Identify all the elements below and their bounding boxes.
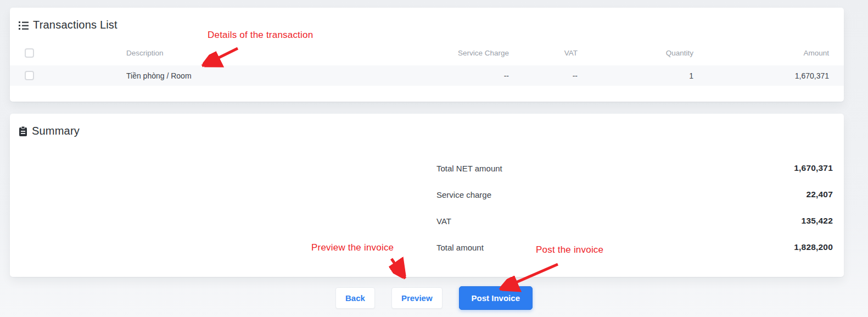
transactions-card-title: Transactions List [33, 19, 117, 31]
transaction-vat: -- [509, 71, 578, 80]
transaction-description: Tiền phòng / Room [43, 71, 301, 80]
preview-button[interactable]: Preview [391, 287, 443, 309]
summary-row-total-net: Total NET amount 1,670,371 [436, 155, 833, 181]
select-all-checkbox[interactable] [25, 48, 34, 58]
transaction-service-charge: -- [301, 71, 509, 80]
transaction-row: Tiền phòng / Room -- -- 1 1,670,371 [10, 65, 844, 86]
column-description: Description [43, 49, 301, 57]
summary-label: VAT [436, 216, 451, 226]
annotation-preview-invoice: Preview the invoice [311, 242, 394, 253]
summary-label: Total NET amount [436, 164, 502, 173]
clipboard-icon [19, 126, 27, 136]
column-amount: Amount [693, 49, 829, 57]
footer-actions: Back Preview Post Invoice [0, 286, 868, 309]
annotation-details-of-transaction: Details of the transaction [208, 30, 313, 41]
summary-value: 1,828,200 [794, 242, 833, 252]
row-checkbox[interactable] [25, 71, 34, 80]
summary-rows: Total NET amount 1,670,371 Service charg… [436, 155, 833, 260]
list-icon [19, 21, 29, 30]
summary-label: Total amount [436, 243, 484, 252]
summary-card-title: Summary [32, 125, 80, 137]
transactions-card-header: Transactions List [19, 19, 117, 31]
summary-row-total-amount: Total amount 1,828,200 [436, 234, 833, 260]
summary-value: 22,407 [806, 190, 833, 199]
transaction-amount: 1,670,371 [693, 71, 829, 80]
summary-value: 135,422 [802, 216, 833, 226]
summary-card: Summary Total NET amount 1,670,371 Servi… [10, 114, 844, 277]
summary-card-header: Summary [19, 125, 80, 137]
summary-value: 1,670,371 [794, 163, 833, 173]
transactions-card: Transactions List Description Service Ch… [10, 8, 844, 102]
transactions-table-header: Description Service Charge VAT Quantity … [10, 45, 844, 61]
column-service-charge: Service Charge [301, 49, 509, 57]
transaction-quantity: 1 [578, 71, 693, 80]
summary-label: Service charge [436, 190, 491, 199]
back-button[interactable]: Back [335, 287, 375, 309]
column-vat: VAT [509, 49, 578, 57]
annotation-post-invoice: Post the invoice [536, 244, 603, 255]
summary-row-vat: VAT 135,422 [436, 208, 833, 234]
summary-row-service-charge: Service charge 22,407 [436, 181, 833, 208]
column-quantity: Quantity [578, 49, 693, 57]
post-invoice-button[interactable]: Post Invoice [459, 286, 533, 310]
